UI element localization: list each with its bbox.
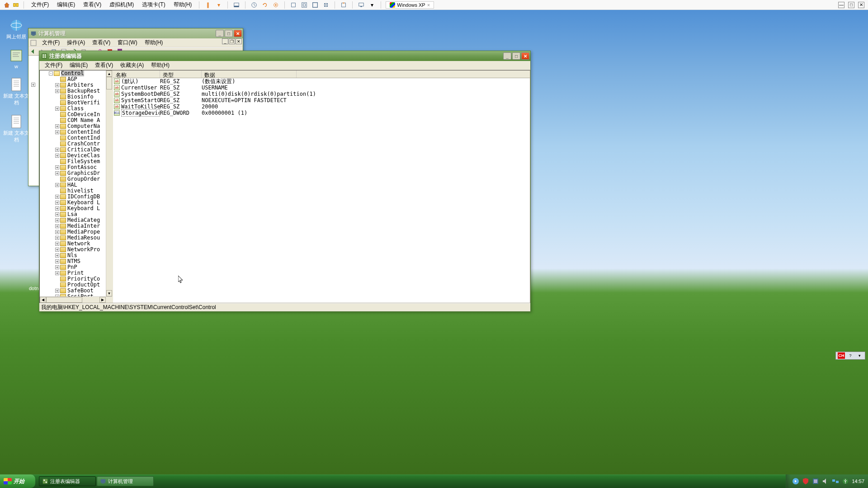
expand-icon[interactable]: + [55,89,59,93]
compmgmt-menu-window[interactable]: 窗口(W) [114,38,141,47]
column-header-type[interactable]: 类型 [160,70,202,78]
registry-value-row[interactable]: abSystemBootDeviceREG_SZmulti(0)disk(0)r… [113,91,530,97]
expand-icon[interactable]: + [55,248,59,252]
compmgmt-menu-action[interactable]: 操作(A) [63,38,89,47]
mdi-minimize-button[interactable]: _ [222,38,228,44]
fullscreen-icon[interactable] [311,1,319,9]
fit-guest-icon[interactable] [300,1,308,9]
clock-icon[interactable] [250,1,258,9]
vm-menu-tabs[interactable]: 选项卡(T) [139,0,168,9]
tree-vertical-scrollbar[interactable]: ▲ ▼ [106,70,112,296]
regedit-menu-favorites[interactable]: 收藏夹(A) [117,61,147,70]
network-icon[interactable] [832,478,839,485]
tray-collapse-icon[interactable] [792,478,799,485]
registry-value-row[interactable]: abCurrentUserREG_SZUSERNAME [113,84,530,91]
expand-icon[interactable]: + [55,289,59,293]
expand-icon[interactable]: + [55,124,59,128]
expand-icon[interactable]: + [55,107,59,111]
rollback-icon[interactable] [261,1,269,9]
compmgmt-system-menu-icon[interactable] [30,40,37,46]
screenshot-icon[interactable] [340,1,348,9]
regedit-close-button[interactable]: ✕ [521,52,529,60]
vm-menu-view[interactable]: 查看(V) [80,0,104,9]
tree-expand-icon[interactable]: + [31,83,35,87]
expand-icon[interactable]: + [55,242,59,246]
expand-icon[interactable]: + [55,265,59,269]
volume-icon[interactable] [822,478,829,485]
expand-icon[interactable]: + [55,218,59,222]
mdi-close-button[interactable]: ✕ [236,38,242,44]
dropdown-display-icon[interactable]: ▾ [368,1,376,9]
scroll-left-icon[interactable]: ◀ [40,297,46,303]
regedit-menu-help[interactable]: 帮助(H) [147,61,173,70]
expand-icon[interactable]: + [55,271,59,275]
compmgmt-minimize-button[interactable]: _ [216,30,224,37]
host-close-button[interactable]: ✕ [858,2,864,8]
expand-icon[interactable]: + [55,212,59,216]
compmgmt-menu-file[interactable]: 文件(F) [38,38,63,47]
values-list[interactable]: ab(默认)REG_SZ(数值未设置)abCurrentUserREG_SZUS… [113,78,530,303]
compmgmt-titlebar[interactable]: 计算机管理 _ □ ✕ [28,28,243,38]
registry-value-row[interactable]: abSystemStartOp...REG_SZNOEXECUTE=OPTIN … [113,97,530,103]
shield-icon[interactable] [802,478,809,485]
vm-menu-edit[interactable]: 编辑(E) [54,0,78,9]
usb-icon[interactable] [842,478,849,485]
expand-icon[interactable]: + [55,83,59,87]
desktop-icon-w[interactable]: w [3,48,30,69]
vmtools-icon[interactable] [812,478,819,485]
lang-help-icon[interactable]: ? [847,352,854,359]
expand-icon[interactable]: + [55,224,59,228]
expand-icon[interactable]: + [55,154,59,158]
lang-options-icon[interactable]: ▾ [856,352,863,359]
language-indicator[interactable]: CH [838,352,845,359]
expand-icon[interactable]: + [55,253,59,258]
column-header-spacer[interactable] [297,70,530,78]
expand-icon[interactable]: + [55,165,59,169]
expand-icon[interactable]: + [55,183,59,187]
unity-icon[interactable] [322,1,330,9]
expand-icon[interactable]: + [55,236,59,240]
column-header-data[interactable]: 数据 [202,70,297,78]
taskbar-task-regedit[interactable]: 注册表编辑器 [39,476,96,486]
pause-icon[interactable]: ∥ [204,1,212,9]
column-header-name[interactable]: 名称 [113,70,160,78]
compmgmt-close-button[interactable]: ✕ [234,30,242,37]
regedit-menu-file[interactable]: 文件(F) [41,61,66,70]
scroll-down-icon[interactable]: ▼ [106,290,112,296]
dropdown-icon[interactable]: ▾ [215,1,223,9]
expand-icon[interactable]: + [55,171,59,175]
registry-value-row[interactable]: 011StorageDevice...REG_DWORD0x00000001 (… [113,110,530,116]
desktop-icon-text-doc-2[interactable]: 新建 文本文档 [3,114,30,143]
compmgmt-maximize-button[interactable]: □ [225,30,233,37]
display-icon[interactable] [357,1,365,9]
mdi-restore-button[interactable]: ❐ [229,38,235,44]
close-tab-icon[interactable]: × [427,2,430,8]
host-minimize-button[interactable]: — [838,2,844,8]
regedit-maximize-button[interactable]: □ [512,52,520,60]
expand-icon[interactable]: + [55,148,59,152]
home-icon[interactable] [4,2,10,8]
start-button[interactable]: 开始 [0,474,35,488]
compmgmt-menu-view[interactable]: 查看(V) [89,38,114,47]
vm-menu-file[interactable]: 文件(F) [28,0,52,9]
workspace-icon[interactable] [13,2,19,8]
collapse-icon[interactable]: - [49,71,53,75]
back-icon[interactable] [30,48,38,55]
expand-icon[interactable]: + [55,259,59,263]
snapshot-icon[interactable] [232,1,241,9]
language-bar[interactable]: CH ? ▾ [835,352,865,360]
host-maximize-button[interactable]: □ [848,2,854,8]
registry-value-row[interactable]: ab(默认)REG_SZ(数值未设置) [113,78,530,84]
fit-window-icon[interactable] [289,1,297,9]
expand-icon[interactable]: + [55,195,59,199]
registry-value-row[interactable]: abWaitToKillSer...REG_SZ20000 [113,103,530,110]
taskbar-task-compmgmt[interactable]: 计算机管理 [97,476,154,486]
expand-icon[interactable]: + [55,230,59,234]
expand-icon[interactable]: + [55,130,59,134]
regedit-minimize-button[interactable]: _ [503,52,511,60]
desktop-icon-text-doc-1[interactable]: 新建 文本文档 [3,77,30,106]
taskbar-clock[interactable]: 14:57 [852,479,864,484]
scroll-right-icon[interactable]: ▶ [99,297,106,303]
tree-horizontal-scrollbar[interactable]: ◀ ▶ [40,296,112,303]
compmgmt-menu-help[interactable]: 帮助(H) [141,38,167,47]
